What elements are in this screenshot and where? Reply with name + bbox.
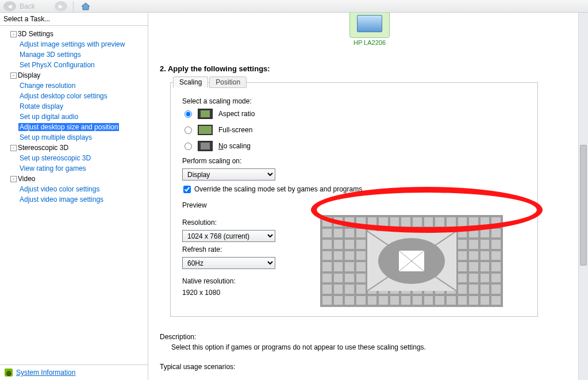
mode-aspect-icon bbox=[198, 109, 213, 119]
tab-scaling[interactable]: Scaling bbox=[173, 76, 208, 88]
native-res-label: Native resolution: bbox=[182, 277, 297, 285]
system-information-link[interactable]: System Information bbox=[16, 369, 75, 377]
scrollbar-thumb[interactable] bbox=[580, 145, 587, 266]
settings-panel: Scaling Position Select a scaling mode: … bbox=[170, 82, 538, 317]
tree-item-selected[interactable]: Adjust desktop size and position bbox=[18, 123, 119, 131]
tree-group-label: Video bbox=[18, 174, 35, 183]
refresh-label: Refresh rate: bbox=[182, 245, 297, 254]
resolution-select[interactable]: 1024 x 768 (current) bbox=[182, 230, 275, 242]
task-tree: -3D Settings Adjust image settings with … bbox=[2, 29, 147, 204]
preview-header: Preview bbox=[182, 201, 526, 209]
tree-item[interactable]: Adjust video color settings bbox=[18, 185, 101, 193]
scaling-mode-label: Select a scaling mode: bbox=[182, 97, 526, 105]
radio-no-scaling[interactable] bbox=[185, 143, 192, 150]
content: HP LA2206 2. Apply the following setting… bbox=[148, 13, 578, 380]
tree-group-label: Stereoscopic 3D bbox=[18, 143, 68, 152]
perform-on-label: Perform scaling on: bbox=[182, 157, 526, 165]
tree-item[interactable]: Adjust image settings with preview bbox=[18, 40, 126, 48]
step-heading: 2. Apply the following settings: bbox=[160, 64, 555, 73]
refresh-select[interactable]: 60Hz bbox=[182, 257, 275, 269]
forward-button[interactable]: ► bbox=[55, 1, 67, 11]
monitor-icon bbox=[357, 15, 382, 32]
tree-item[interactable]: Set PhysX Configuration bbox=[18, 61, 96, 69]
monitor-preview[interactable]: HP LA2206 bbox=[335, 13, 404, 46]
tree-group-label: Display bbox=[18, 71, 40, 80]
scrollbar[interactable] bbox=[578, 13, 588, 380]
description-text: Select this option if games or programs … bbox=[171, 343, 555, 351]
native-res-value: 1920 x 1080 bbox=[182, 289, 297, 297]
override-checkbox[interactable] bbox=[183, 186, 191, 193]
radio-label: Aspect ratio bbox=[218, 110, 255, 118]
home-button[interactable] bbox=[79, 1, 92, 11]
toolbar: ◄ Back ► bbox=[0, 0, 588, 13]
tree-toggle[interactable]: - bbox=[10, 145, 17, 151]
tree-item[interactable]: Adjust video image settings bbox=[18, 195, 105, 204]
mode-none-icon bbox=[198, 141, 213, 151]
radio-label: Full-screen bbox=[218, 126, 252, 134]
tree-item[interactable]: Set up digital audio bbox=[18, 113, 79, 121]
nvidia-icon: ◎ bbox=[5, 369, 13, 377]
sidebar-header: Select a Task... bbox=[0, 13, 148, 26]
scenarios-heading: Typical usage scenarios: bbox=[160, 363, 555, 371]
test-pattern-overlay-icon bbox=[367, 231, 456, 291]
override-label: Override the scaling mode set by games a… bbox=[194, 185, 362, 193]
system-information[interactable]: ◎ System Information bbox=[0, 364, 148, 380]
monitor-label: HP LA2206 bbox=[335, 39, 404, 46]
resolution-label: Resolution: bbox=[182, 218, 297, 227]
mode-full-icon bbox=[198, 125, 213, 135]
tree-toggle[interactable]: - bbox=[10, 72, 17, 79]
tree-item[interactable]: Manage 3D settings bbox=[18, 51, 82, 59]
tab-position[interactable]: Position bbox=[209, 76, 247, 88]
back-button[interactable]: ◄ bbox=[3, 1, 16, 11]
tree-toggle[interactable]: - bbox=[10, 176, 17, 182]
sidebar: Select a Task... -3D Settings Adjust ima… bbox=[0, 13, 148, 380]
radio-aspect-ratio[interactable] bbox=[185, 110, 192, 118]
toolbar-separator bbox=[73, 1, 74, 11]
description-heading: Description: bbox=[160, 333, 555, 341]
back-label: Back bbox=[20, 2, 35, 10]
tree-item[interactable]: View rating for games bbox=[18, 164, 87, 172]
perform-on-select[interactable]: Display bbox=[182, 168, 275, 181]
radio-full-screen[interactable] bbox=[185, 126, 192, 134]
test-pattern-preview: document.write(Array.from({length:128}).… bbox=[320, 215, 503, 307]
tree-item[interactable]: Change resolution bbox=[18, 82, 76, 90]
tree-group-label: 3D Settings bbox=[18, 29, 53, 39]
tree-item[interactable]: Adjust desktop color settings bbox=[18, 92, 109, 100]
tree-item[interactable]: Rotate display bbox=[18, 102, 64, 110]
radio-label: No scaling bbox=[218, 142, 251, 150]
tree-item[interactable]: Set up stereoscopic 3D bbox=[18, 154, 92, 162]
tree-toggle[interactable]: - bbox=[10, 31, 17, 37]
tree-item[interactable]: Set up multiple displays bbox=[18, 133, 93, 141]
